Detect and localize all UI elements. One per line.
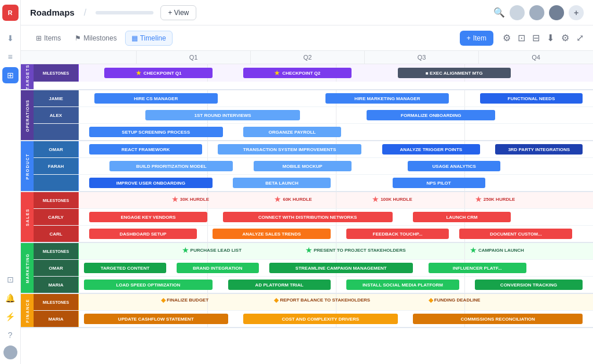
finance-label: FINANCE bbox=[25, 299, 30, 323]
milestone-purchase-lead: ★ PURCHASE LEAD LIST bbox=[182, 245, 241, 255]
milestone-funding-deadline: ◆ FUNDING DEADLINE bbox=[429, 296, 481, 304]
alex-ops-label: ALEX bbox=[50, 113, 62, 118]
timeline-icon: ▦ bbox=[131, 34, 138, 42]
sidebar-icon-bell[interactable]: 🔔 bbox=[2, 290, 19, 306]
tab-items[interactable]: ⊞ Items bbox=[30, 31, 67, 45]
sidebar-icon-download[interactable]: ⬇ bbox=[2, 30, 19, 46]
avatar-3[interactable] bbox=[549, 5, 564, 20]
bar-influencer: INFLUENCER PLATF... bbox=[429, 263, 526, 273]
carly-label: CARLY bbox=[48, 215, 64, 220]
avatar-1[interactable] bbox=[510, 5, 525, 20]
operations-label: OPERATIONS bbox=[25, 100, 30, 132]
bar-load-speed: LOAD SPEED OPTIMIZATION bbox=[84, 280, 213, 290]
flag-icon: ⚑ bbox=[75, 34, 81, 42]
carl-label: CARL bbox=[49, 231, 62, 237]
sidebar-icon-list[interactable]: ≡ bbox=[2, 49, 19, 65]
sidebar-icon-avatar[interactable] bbox=[3, 345, 17, 359]
bar-transaction-system: TRANSACTION SYSTEM IMPROVEMENTS bbox=[218, 144, 362, 155]
bar-1st-round: 1ST ROUND INTERVIEWS bbox=[145, 110, 299, 120]
finance-milestones-label: MILESTONES bbox=[43, 300, 69, 304]
sidebar-icon-logo[interactable]: R bbox=[2, 5, 19, 21]
breadcrumb bbox=[96, 11, 153, 14]
bar-organize-payroll: ORGANIZE PAYROLL bbox=[243, 127, 341, 137]
bar-conversion-tracking: CONVERSION TRACKING bbox=[475, 280, 583, 290]
bar-install-social: INSTALL SOCIAL MEDIA PLATFORM bbox=[346, 280, 459, 290]
quarter-q1: Q1 bbox=[137, 51, 251, 64]
omar-product-label: OMAR bbox=[49, 147, 63, 152]
bar-react-framework: REACT FRAMEWORK bbox=[89, 144, 202, 155]
milestone-report-balance: ◆ REPORT BALANCE TO STAKEHOLDERS bbox=[274, 296, 370, 304]
milestone-30k: ★ 30K HURDLE bbox=[171, 194, 209, 204]
columns-icon[interactable]: ⊟ bbox=[532, 32, 540, 43]
bar-improve-onboarding: IMPROVE USER ONBOARDING bbox=[89, 178, 213, 188]
bar-launch-crm: LAUNCH CRM bbox=[413, 212, 511, 222]
items-icon: ⊞ bbox=[36, 34, 42, 42]
sidebar-icon-grid[interactable]: ⊞ bbox=[2, 67, 19, 83]
section-sales: SALES MILESTONES bbox=[21, 192, 593, 243]
bar-formalize: FORMALIZE ONBOARDING bbox=[367, 110, 495, 120]
bar-targeted-content: TARGETED CONTENT bbox=[84, 263, 166, 273]
maria-finance-label: MARIA bbox=[48, 317, 63, 322]
maria-marketing-label: MARIA bbox=[48, 282, 63, 288]
bar-ad-platform: AD PLATFORM TRIAL bbox=[228, 280, 331, 290]
plus-icon: + bbox=[467, 34, 471, 42]
settings-icon[interactable]: ⚙ bbox=[561, 32, 569, 43]
toolbar: ⊞ Items ⚑ Milestones ▦ Timeline + Item ⚙… bbox=[21, 25, 593, 51]
bar-build-prioritization: BUILD PRIORITIZATION MODEL bbox=[109, 161, 233, 171]
bar-checkpoint-q2: ★ CHECKPOINT Q2 bbox=[243, 68, 351, 78]
bar-3rd-party: 3RD PARTY INTEGRATIONS bbox=[495, 144, 583, 155]
section-operations: OPERATIONS JAMIE bbox=[21, 90, 593, 141]
group-icon[interactable]: ⊡ bbox=[518, 32, 525, 43]
marketing-label: MARKETING bbox=[25, 253, 30, 283]
farah-label: FARAH bbox=[48, 164, 64, 169]
avatar-2[interactable] bbox=[529, 5, 544, 20]
bar-functional-needs: FUNCTIONAL NEEDS bbox=[480, 93, 583, 104]
bar-brand-integration: BRAND INTEGRATION bbox=[177, 263, 259, 273]
timeline-container[interactable]: Q1 Q2 Q3 Q4 TARGETS MIL bbox=[21, 51, 593, 364]
bar-connect-distribution: CONNECT WITH DISTRIBUTION NETWORKS bbox=[223, 212, 393, 222]
bar-engage-vendors: ENGAGE KEY VENDORS bbox=[89, 212, 207, 222]
section-marketing: MARKETING MILESTONES bbox=[21, 243, 593, 294]
bar-usage-analytics: USAGE ANALYTICS bbox=[408, 161, 500, 171]
product-label: PRODUCT bbox=[25, 153, 30, 179]
bar-nps-pilot: NPS PILOT bbox=[393, 178, 485, 188]
bar-document-custom: DOCUMENT CUSTOM... bbox=[459, 229, 572, 239]
quarter-q4: Q4 bbox=[479, 51, 593, 64]
bar-commissions-reconciliation: COMMISSIONS RECONCILIATION bbox=[413, 314, 583, 324]
header-icons: 🔍 + bbox=[493, 5, 584, 20]
bar-exec-alignment: ■ EXEC ALIGNMENT MTG bbox=[398, 68, 511, 78]
expand-icon[interactable]: ⤢ bbox=[576, 32, 584, 43]
main-content: Roadmaps / + View 🔍 + ⊞ Items ⚑ Mileston… bbox=[21, 0, 593, 364]
add-user-button[interactable]: + bbox=[569, 5, 584, 20]
bar-setup-screening: SETUP SCREENING PROCESS bbox=[89, 127, 223, 137]
tab-milestones[interactable]: ⚑ Milestones bbox=[69, 31, 122, 45]
section-targets: TARGETS MILESTONES bbox=[21, 64, 593, 90]
sales-milestones-label: MILESTONES bbox=[43, 198, 69, 203]
omar-marketing-label: OMAR bbox=[49, 266, 63, 271]
milestone-100k: ★ 100K HURDLE bbox=[372, 194, 412, 204]
quarter-q2: Q2 bbox=[251, 51, 365, 64]
sidebar-icon-help[interactable]: ? bbox=[2, 327, 19, 343]
search-icon[interactable]: 🔍 bbox=[493, 7, 505, 18]
milestone-250k: ★ 250K HURDLE bbox=[475, 194, 515, 204]
targets-milestones-label: MILESTONES bbox=[43, 71, 69, 75]
filter-icon[interactable]: ⚙ bbox=[503, 32, 511, 43]
bar-beta-launch: BETA LAUNCH bbox=[233, 178, 331, 188]
targets-label: TARGETS bbox=[25, 64, 30, 89]
export-icon[interactable]: ⬇ bbox=[547, 32, 554, 43]
bar-update-cashflow: UPDATE CASHFLOW STATEMENT bbox=[84, 314, 228, 324]
sidebar-icon-inbox[interactable]: ⊡ bbox=[2, 271, 19, 288]
toolbar-right-icons: ⚙ ⊡ ⊟ ⬇ ⚙ ⤢ bbox=[503, 32, 584, 43]
add-view-button[interactable]: + View bbox=[160, 5, 196, 20]
header: Roadmaps / + View 🔍 + bbox=[21, 0, 593, 25]
bar-mobile-mockup: MOBILE MOCKUP bbox=[254, 161, 352, 171]
sidebar: R ⬇ ≡ ⊞ ⊡ 🔔 ⚡ ? bbox=[0, 0, 21, 364]
milestone-campaign-launch: ★ CAMPAIGN LAUNCH bbox=[470, 245, 524, 255]
jamie-label: JAMIE bbox=[49, 96, 63, 101]
sales-label: SALES bbox=[25, 208, 30, 226]
sidebar-icon-lightning[interactable]: ⚡ bbox=[2, 308, 19, 325]
milestone-present-project: ★ PRESENT TO PROJECT STAKEHOLDERS bbox=[305, 245, 406, 255]
add-item-button[interactable]: + Item bbox=[460, 31, 493, 46]
bar-analyze-trigger: ANALYZE TRIGGER POINTS bbox=[382, 144, 480, 155]
tab-timeline[interactable]: ▦ Timeline bbox=[125, 31, 173, 46]
